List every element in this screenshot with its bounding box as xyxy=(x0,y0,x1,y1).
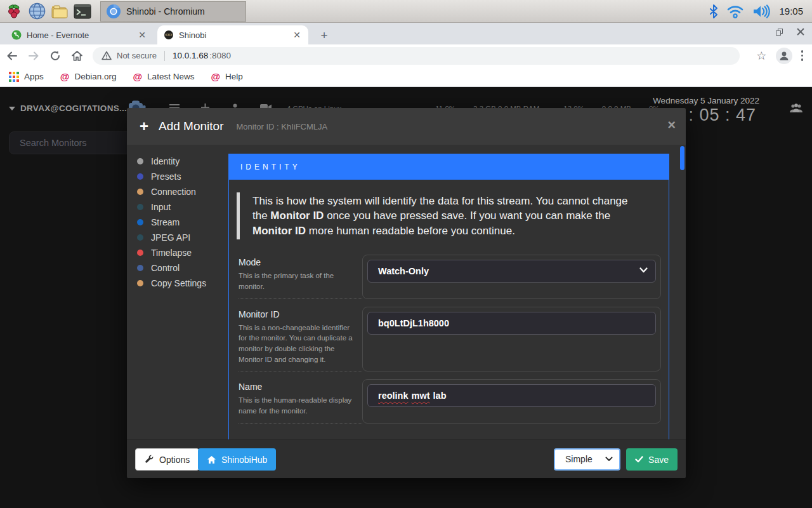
monitor-id-description: This is a non-changeable identifier for … xyxy=(239,323,353,365)
mode-description: This is the primary task of the monitor. xyxy=(239,271,353,291)
modal-tab-identity[interactable]: Identity xyxy=(127,154,228,169)
tab-dot-icon xyxy=(137,204,143,210)
bookmarks-bar: Apps @ Debian.org @ Latest News @ Help xyxy=(0,67,812,87)
back-icon[interactable] xyxy=(3,46,22,65)
tab-dot-icon xyxy=(137,189,143,195)
modal-tab-list: Identity Presets Connection Input Stream… xyxy=(127,154,228,291)
wifi-icon[interactable] xyxy=(727,4,743,18)
check-icon xyxy=(635,456,643,463)
modal-title: Add Monitor xyxy=(159,119,223,133)
identity-section: IDENTITY This is how the system will ide… xyxy=(228,154,669,439)
raspberry-menu-icon[interactable] xyxy=(5,3,23,20)
field-row-name: Name This is the human-readable display … xyxy=(239,379,661,423)
apps-grid-icon xyxy=(9,72,19,82)
tab-dot-icon xyxy=(137,265,143,271)
section-header: IDENTITY xyxy=(229,154,669,180)
modal-footer: Options ShinobiHub Simple Save xyxy=(127,439,686,478)
home-icon xyxy=(207,455,216,464)
modal-tab-jpeg-api[interactable]: JPEG API xyxy=(127,230,228,245)
name-input[interactable]: reolinkmwtlab xyxy=(367,384,656,407)
bookmark-label: Help xyxy=(225,72,243,81)
os-taskbar: Shinobi - Chromium 19:05 xyxy=(0,0,812,23)
taskbar-window-button[interactable]: Shinobi - Chromium xyxy=(100,1,246,22)
shinobi-favicon xyxy=(164,30,174,40)
tab-dot-icon xyxy=(137,219,143,225)
web-browser-launcher-icon[interactable] xyxy=(28,3,46,20)
tab-close-icon[interactable]: ✕ xyxy=(137,30,147,40)
close-icon[interactable]: × xyxy=(667,118,676,132)
taskbar-window-label: Shinobi - Chromium xyxy=(126,6,205,17)
group-users-icon[interactable] xyxy=(789,104,803,114)
chevron-down-icon xyxy=(9,107,15,110)
browser-menu-icon[interactable] xyxy=(797,50,812,61)
tab-dot-icon xyxy=(137,250,143,256)
profile-avatar[interactable] xyxy=(776,48,792,64)
modal-tab-input[interactable]: Input xyxy=(127,199,228,215)
debian-swirl-icon: @ xyxy=(133,71,142,82)
bookmark-label: Debian.org xyxy=(74,72,116,81)
bookmark-label: Latest News xyxy=(147,72,194,81)
modal-subtitle: Monitor ID : KhIiFCMLJA xyxy=(236,122,327,131)
modal-scrollbar-thumb[interactable] xyxy=(680,146,684,170)
name-description: This is the human-readable display name … xyxy=(239,395,353,416)
bookmark-debian[interactable]: @ Debian.org xyxy=(60,71,117,82)
bookmark-star-icon[interactable]: ☆ xyxy=(756,49,766,63)
tab-dot-icon xyxy=(137,280,143,286)
form-mode-select[interactable]: Simple xyxy=(554,448,620,471)
browser-toolbar: Not secure 10.0.1.68 :8080 ☆ xyxy=(0,44,812,67)
field-row-mode: Mode This is the primary task of the mon… xyxy=(239,255,661,298)
name-label: Name xyxy=(239,382,353,392)
wrench-icon xyxy=(145,455,154,464)
file-manager-icon[interactable] xyxy=(51,3,69,20)
url-port: :8080 xyxy=(209,51,231,60)
tab-close-icon[interactable]: ✕ xyxy=(292,30,302,40)
volume-icon[interactable] xyxy=(752,4,770,18)
shinobihub-button[interactable]: ShinobiHub xyxy=(198,448,276,471)
tab-dot-icon xyxy=(137,234,143,241)
window-close-icon[interactable] xyxy=(797,28,804,36)
tab-label: Shinobi xyxy=(179,30,287,40)
bookmark-label: Apps xyxy=(24,72,44,81)
field-row-monitor-id: Monitor ID This is a non-changeable iden… xyxy=(239,307,661,372)
bookmark-latest-news[interactable]: @ Latest News xyxy=(133,71,194,82)
modal-content: IDENTITY This is how the system will ide… xyxy=(228,154,671,439)
modal-tab-control[interactable]: Control xyxy=(127,260,228,276)
identity-info-text: This is how the system will identify the… xyxy=(237,192,643,239)
mode-label: Mode xyxy=(239,257,353,267)
modal-tab-copy-settings[interactable]: Copy Settings xyxy=(127,276,228,291)
browser-tab-strip: Home - Evernote ✕ Shinobi ✕ + xyxy=(0,23,812,44)
modal-tab-stream[interactable]: Stream xyxy=(127,215,228,230)
tab-dot-icon xyxy=(137,173,143,180)
bookmark-apps[interactable]: Apps xyxy=(9,72,44,82)
account-dropdown[interactable]: DRVAX@COGITATIONS.... xyxy=(9,104,129,113)
add-monitor-modal: + Add Monitor Monitor ID : KhIiFCMLJA × … xyxy=(127,108,686,478)
not-secure-warning-icon[interactable] xyxy=(102,51,112,60)
tab-dot-icon xyxy=(137,158,143,164)
terminal-icon[interactable] xyxy=(74,3,91,20)
forward-icon[interactable] xyxy=(24,46,43,65)
modal-tab-presets[interactable]: Presets xyxy=(127,169,228,184)
plus-icon: + xyxy=(140,119,148,134)
debian-swirl-icon: @ xyxy=(211,71,220,82)
new-tab-button[interactable]: + xyxy=(316,28,332,44)
save-button[interactable]: Save xyxy=(626,448,678,471)
home-icon[interactable] xyxy=(67,46,86,65)
reload-icon[interactable] xyxy=(46,46,65,65)
options-button[interactable]: Options xyxy=(135,448,199,471)
bookmark-help[interactable]: @ Help xyxy=(211,71,242,82)
monitor-id-label: Monitor ID xyxy=(239,309,353,319)
address-bar[interactable]: Not secure 10.0.1.68 :8080 xyxy=(93,47,740,65)
monitor-id-input[interactable]: bq0LtDjL1h8000 xyxy=(367,312,656,335)
modal-tab-connection[interactable]: Connection xyxy=(127,184,228,199)
tab-shinobi[interactable]: Shinobi ✕ xyxy=(157,25,308,44)
debian-swirl-icon: @ xyxy=(60,71,70,82)
bluetooth-icon[interactable] xyxy=(709,4,718,18)
mode-select[interactable]: Watch-Only xyxy=(367,260,656,283)
window-restore-icon[interactable] xyxy=(776,29,783,36)
page-date: Wednesday 5 January 2022 xyxy=(653,96,759,105)
modal-tab-timelapse[interactable]: Timelapse xyxy=(127,245,228,260)
omnibox-divider xyxy=(164,51,165,61)
not-secure-label: Not secure xyxy=(117,51,157,60)
tab-home-evernote[interactable]: Home - Evernote ✕ xyxy=(5,25,154,44)
taskbar-clock: 19:05 xyxy=(779,6,803,17)
